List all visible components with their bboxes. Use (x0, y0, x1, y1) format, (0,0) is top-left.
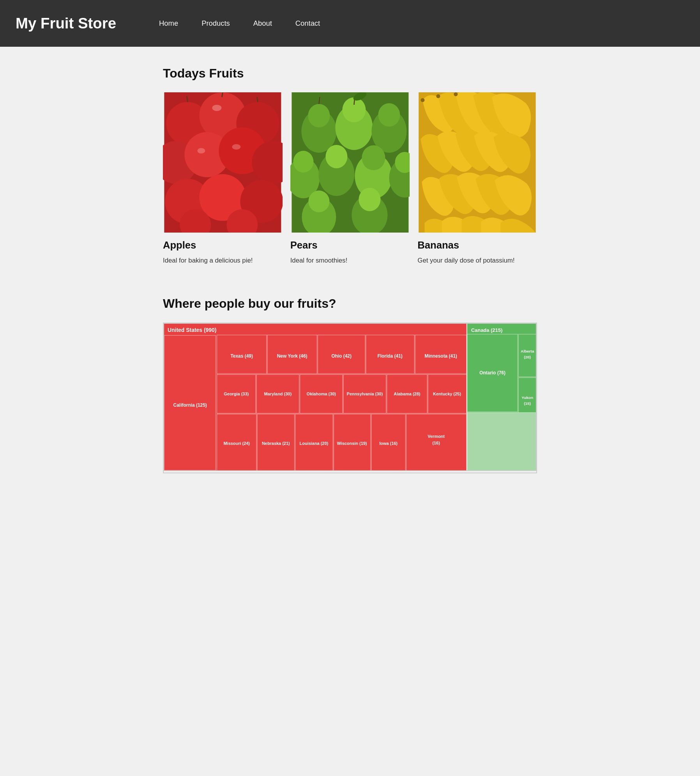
newyork-label: New York (46) (277, 353, 308, 359)
california-label: California (125) (173, 402, 207, 408)
vermont-label: Vermont (428, 434, 445, 439)
bananas-name: Bananas (417, 240, 537, 251)
pennsylvania-label: Pennsylvania (30) (347, 392, 383, 396)
svg-point-43 (421, 98, 425, 102)
georgia-label: Georgia (33) (224, 392, 249, 396)
treemap: United States (990) California (125) Tex… (163, 323, 537, 473)
pears-name: Pears (290, 240, 410, 251)
fruit-card-pears: Pears Ideal for smoothies! (290, 92, 410, 273)
fruits-grid: Apples Ideal for baking a delicious pie! (163, 92, 537, 273)
oklahoma-label: Oklahoma (30) (307, 392, 336, 396)
fruits-title: Todays Fruits (163, 66, 537, 81)
svg-rect-70 (467, 413, 536, 471)
svg-point-25 (378, 103, 400, 127)
florida-label: Florida (41) (377, 353, 402, 359)
site-logo: My Fruit Store (16, 15, 116, 32)
svg-point-15 (232, 144, 240, 150)
main-content: Todays Fruits (151, 47, 549, 493)
nav-products[interactable]: Products (190, 15, 242, 32)
alberta-count: (20) (524, 355, 531, 359)
vermont-count: (16) (432, 441, 440, 445)
ontario-label: Ontario (76) (479, 370, 506, 376)
apples-name: Apples (163, 240, 283, 251)
main-nav: Home Products About Contact (147, 15, 332, 32)
iowa-label: Iowa (16) (379, 441, 398, 446)
map-title: Where people buy our fruits? (163, 296, 537, 311)
yukon-count: (15) (524, 401, 531, 406)
svg-point-13 (212, 105, 221, 111)
apples-desc: Ideal for baking a delicious pie! (163, 256, 283, 265)
yukon-label: Yukon (521, 395, 533, 400)
kentucky-label: Kentucky (25) (433, 392, 461, 396)
svg-line-16 (222, 92, 223, 97)
texas-label: Texas (49) (230, 353, 253, 359)
ohio-label: Ohio (42) (331, 353, 352, 359)
svg-point-45 (454, 92, 458, 96)
bananas-image (417, 92, 537, 233)
nav-home[interactable]: Home (147, 15, 190, 32)
bananas-desc: Get your daily dose of potassium! (417, 256, 537, 265)
nav-contact[interactable]: Contact (284, 15, 332, 32)
fruits-section: Todays Fruits (163, 66, 537, 273)
apples-image (163, 92, 283, 233)
svg-point-31 (362, 145, 385, 170)
wisconsin-label: Wisconsin (19) (337, 441, 367, 446)
alberta-label: Alberta (521, 349, 534, 353)
fruit-card-bananas: Bananas Get your daily dose of potassium… (417, 92, 537, 273)
alabama-label: Alabama (28) (394, 392, 420, 396)
minnesota-label: Minnesota (41) (424, 353, 457, 359)
pears-image (290, 92, 410, 233)
svg-point-29 (325, 145, 347, 168)
svg-point-27 (293, 151, 313, 173)
canada-label: Canada (215) (471, 327, 503, 333)
svg-point-37 (359, 188, 380, 211)
svg-point-35 (308, 190, 329, 212)
nebraska-label: Nebraska (21) (262, 441, 290, 446)
treemap-svg: United States (990) California (125) Tex… (164, 323, 536, 471)
louisiana-label: Louisiana (20) (300, 441, 329, 446)
us-label: United States (990) (168, 327, 216, 333)
header: My Fruit Store Home Products About Conta… (0, 0, 700, 47)
maryland-label: Maryland (30) (264, 392, 292, 396)
nav-about[interactable]: About (242, 15, 284, 32)
map-section: Where people buy our fruits? United Stat… (163, 296, 537, 473)
fruit-card-apples: Apples Ideal for baking a delicious pie! (163, 92, 283, 273)
svg-point-44 (437, 94, 440, 98)
missouri-label: Missouri (24) (223, 441, 250, 446)
svg-point-14 (197, 148, 205, 153)
svg-point-21 (308, 104, 330, 127)
pears-desc: Ideal for smoothies! (290, 256, 410, 265)
